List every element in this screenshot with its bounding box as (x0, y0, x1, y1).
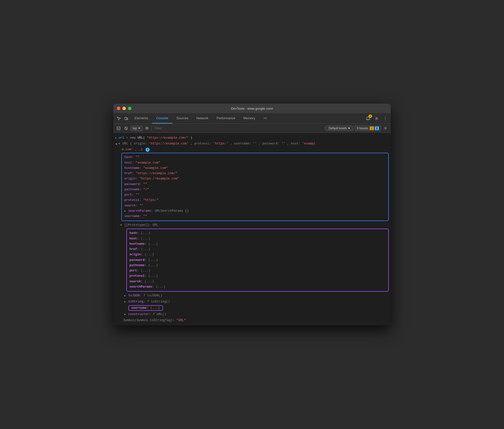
tab-network[interactable]: Network (192, 113, 213, 124)
issues-badge[interactable]: 3 Issues: 1 2 (354, 126, 381, 131)
prop-username: username: "" (124, 214, 386, 219)
notification-icon[interactable]: 1 (365, 115, 372, 122)
expand-prototype-icon[interactable] (120, 223, 122, 228)
maximize-button[interactable] (128, 107, 131, 110)
svg-point-8 (385, 128, 386, 129)
svg-point-2 (376, 118, 377, 119)
console-line-tostring: toString: f toString() (122, 299, 391, 305)
devtools-window: DevTools - www.google.com/ Elements Cons… (113, 104, 391, 325)
info-badge: 2 (375, 127, 379, 130)
filter-input[interactable] (153, 126, 324, 130)
tab-performance[interactable]: Performance (212, 113, 239, 124)
info-icon[interactable]: i (146, 148, 150, 152)
select-element-icon[interactable] (115, 115, 122, 122)
proto-protocol: protocol: (...) (129, 273, 386, 279)
more-options-icon[interactable]: ⋮ (382, 115, 389, 122)
clear-console-icon[interactable] (123, 125, 129, 132)
prop-port: port: "" (124, 192, 386, 198)
proto-password: password: (...) (129, 258, 386, 263)
main-toolbar: Elements Console Sources Network Perform… (113, 113, 391, 124)
expand-searchparams-icon[interactable] (124, 208, 126, 214)
tab-memory[interactable]: Memory (239, 113, 259, 124)
prop-searchparams: searchParams: URLSearchParams {} (124, 208, 386, 214)
run-script-icon[interactable] (115, 125, 122, 132)
proto-port: port: (...) (129, 268, 386, 273)
tab-sources[interactable]: Sources (172, 113, 192, 124)
eye-icon[interactable] (144, 125, 150, 132)
tab-more[interactable]: >> (259, 113, 271, 124)
context-selector[interactable]: top ▼ (130, 126, 143, 131)
console-line-tojson: toJSON: f toJSON() (122, 293, 391, 299)
settings-icon[interactable] (373, 115, 380, 122)
svg-point-7 (147, 128, 148, 129)
proto-host: host: (...) (129, 236, 386, 241)
prop-search: search: "" (124, 203, 386, 208)
expand-tojson-icon[interactable] (124, 293, 126, 298)
prop-pathname: pathname: "/" (124, 187, 386, 192)
proto-origin: origin: (...) (129, 252, 386, 257)
proto-pathname: pathname: (...) (129, 263, 386, 268)
close-button[interactable] (117, 107, 120, 110)
console-toolbar: top ▼ Default levels ▼ 3 Issues: 1 2 (113, 124, 391, 133)
proto-hostname: hostname: (...) (129, 241, 386, 247)
proto-href: href: (...) (129, 247, 386, 252)
console-line-url-assignment: ▶ url = new URL( "https://example.com/" … (113, 135, 391, 141)
toolbar-right: 1 ⋮ (365, 115, 389, 122)
console-line-constructor: constructor: f URL() (122, 311, 391, 317)
warn-badge: 1 (370, 127, 374, 130)
prop-href: href: "https://example.com/" (124, 171, 386, 176)
filter-container (151, 126, 325, 130)
console-settings-icon[interactable] (382, 125, 389, 132)
titlebar: DevTools - www.google.com/ (113, 104, 391, 113)
prototype-properties-box: hash: (...) host: (...) hostname: (...) … (126, 229, 389, 292)
window-title: DevTools - www.google.com/ (231, 107, 273, 110)
console-line-prototype: [[Prototype]]: URL (118, 222, 391, 228)
device-toolbar-icon[interactable] (123, 115, 130, 122)
tab-elements[interactable]: Elements (130, 113, 152, 124)
url-properties-box: hash: "" host: "example.com" hostname: "… (121, 153, 389, 221)
proto-searchparams: searchParams: (...) (129, 284, 386, 290)
expand-constructor-icon[interactable] (124, 312, 126, 317)
prop-host: host: "example.com" (124, 160, 386, 166)
svg-line-5 (125, 127, 127, 129)
expand-tostring-icon[interactable] (124, 299, 126, 304)
console-line-symbol: Symbol(Symbol.toStringTag): "URL" (121, 317, 391, 323)
levels-dropdown[interactable]: Default levels ▼ (326, 126, 353, 131)
expand-url-icon[interactable] (119, 141, 120, 146)
username-purple-box: username: (...) (128, 305, 163, 311)
tab-console[interactable]: Console (152, 113, 172, 124)
traffic-lights (117, 107, 131, 110)
svg-rect-0 (125, 117, 127, 120)
prop-hash: hash: "" (124, 155, 386, 160)
svg-rect-1 (127, 118, 128, 120)
prop-password: password: "" (124, 182, 386, 187)
console-line-url-object-cont: e.com' , …} i (113, 147, 391, 152)
minimize-button[interactable] (122, 107, 126, 110)
proto-search: search: (...) (129, 279, 386, 284)
svg-point-6 (146, 127, 149, 129)
prop-protocol: protocol: "https:" (124, 198, 386, 203)
tab-bar: Elements Console Sources Network Perform… (130, 113, 271, 124)
prop-origin: origin: "https://example.com" (124, 176, 386, 181)
proto-hash: hash: (...) (129, 231, 386, 236)
console-line-url-object: ◀ URL { origin: 'https://example.com' , … (113, 141, 391, 147)
username-purple-container: username: (...) (113, 305, 391, 311)
prop-hostname: hostname: "example.com" (124, 166, 386, 171)
console-output: ▶ url = new URL( "https://example.com/" … (113, 133, 391, 325)
